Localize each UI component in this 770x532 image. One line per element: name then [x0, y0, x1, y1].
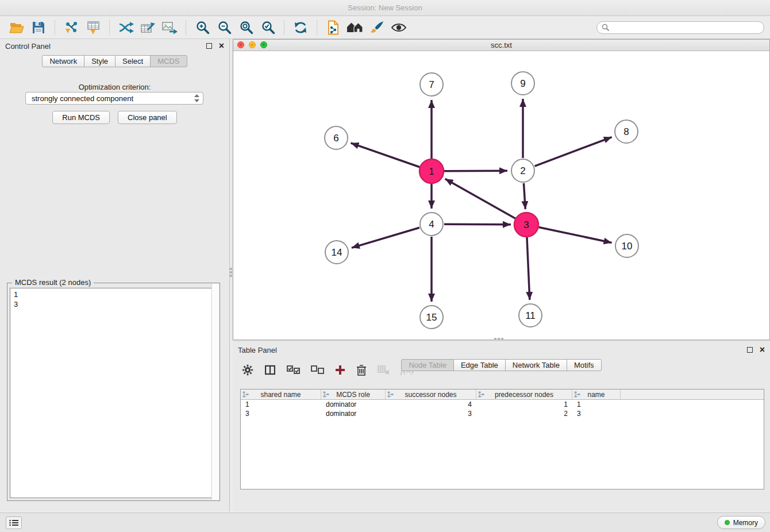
mcds-result-box: MCDS result (2 nodes) 1 3 [7, 283, 220, 501]
graph-edge-3-10[interactable] [539, 228, 612, 243]
graph-node-14[interactable]: 14 [325, 241, 348, 264]
export-image-button[interactable] [160, 18, 179, 37]
style-button[interactable] [368, 18, 386, 37]
zoom-in-button[interactable] [193, 18, 211, 37]
save-session-button[interactable] [29, 18, 48, 37]
memory-label: Memory [733, 519, 758, 527]
new-network-button[interactable] [117, 18, 135, 37]
search-input[interactable] [612, 24, 759, 32]
graph-edge-3-1[interactable] [445, 179, 515, 218]
network-arrows-icon [118, 21, 134, 34]
network-graph[interactable]: 7968124314101511 [233, 51, 769, 340]
search-box[interactable] [596, 21, 764, 34]
toolbar-separator [109, 20, 110, 35]
table-panel-tabs: Node TableEdge TableNetwork TableMotifs [233, 359, 770, 508]
table-tab-motifs[interactable]: Motifs [567, 359, 602, 371]
table-tab-node-table[interactable]: Node Table [401, 359, 454, 371]
graph-edge-4-3[interactable] [444, 224, 511, 225]
zoom-in-icon [195, 20, 210, 34]
status-bar: Memory [0, 512, 770, 532]
toolbar-separator [55, 20, 55, 35]
minimize-window-icon[interactable]: − [249, 41, 256, 48]
graph-node-3[interactable]: 3 [514, 213, 538, 237]
zoom-fit-button[interactable] [237, 18, 255, 37]
control-panel: Control Panel × NetworkStyleSelectMCDS O… [0, 39, 230, 511]
graph-edge-1-6[interactable] [351, 143, 419, 167]
graph-edge-2-8[interactable] [535, 137, 612, 167]
svg-text:15: 15 [426, 312, 437, 323]
document-network-icon [326, 20, 340, 35]
graph-node-10[interactable]: 10 [615, 234, 638, 257]
splitter-handle-vertical[interactable] [230, 268, 232, 277]
zoom-out-button[interactable] [215, 18, 233, 37]
zoom-selected-button[interactable] [259, 18, 277, 37]
network-overview-button[interactable] [346, 18, 364, 37]
graph-edge-2-3[interactable] [523, 183, 525, 209]
table-panel: Table Panel × f(x) shared nameMCDS roles… [233, 343, 770, 511]
import-network-button[interactable] [62, 18, 80, 37]
window-controls: × − + [237, 41, 267, 48]
table-tab-network-table[interactable]: Network Table [505, 359, 567, 371]
graph-node-8[interactable]: 8 [615, 120, 638, 143]
graphics-details-button[interactable] [324, 18, 342, 37]
import-network-icon [64, 20, 79, 35]
result-scrollbar[interactable] [211, 284, 219, 500]
graph-node-6[interactable]: 6 [325, 126, 348, 149]
graph-edge-3-11[interactable] [527, 237, 530, 300]
optimization-dropdown[interactable]: strongly connected component [25, 92, 203, 105]
mcds-result-title: MCDS result (2 nodes) [12, 278, 94, 287]
graph-node-2[interactable]: 2 [511, 159, 534, 182]
import-table-button[interactable] [84, 18, 102, 37]
graph-node-7[interactable]: 7 [420, 73, 443, 96]
float-panel-icon[interactable] [747, 347, 753, 353]
optimization-label: Optimization criterion: [0, 83, 229, 91]
network-window-title: scc.txt [491, 41, 512, 49]
close-window-icon[interactable]: × [237, 41, 244, 48]
zoom-window-icon[interactable]: + [260, 41, 267, 48]
paintbrush-icon [369, 20, 384, 35]
splitter-handle-horizontal[interactable] [494, 338, 503, 340]
window-title: Session: New Session [348, 3, 422, 12]
float-panel-icon[interactable] [206, 43, 212, 49]
control-panel-tabs: NetworkStyleSelectMCDS [0, 55, 229, 67]
dropdown-value: strongly connected component [32, 94, 194, 103]
save-floppy-icon [32, 21, 45, 34]
apply-layout-button[interactable] [291, 18, 310, 37]
toolbar-separator [186, 20, 186, 35]
memory-button[interactable]: Memory [717, 516, 765, 529]
graph-edge-4-14[interactable] [352, 228, 419, 248]
close-panel-button[interactable]: Close panel [118, 111, 177, 124]
network-canvas[interactable]: 7968124314101511 [233, 51, 769, 340]
tab-mcds[interactable]: MCDS [150, 55, 187, 67]
tab-select[interactable]: Select [115, 55, 151, 67]
open-session-button[interactable] [7, 18, 26, 37]
table-tab-edge-table[interactable]: Edge Table [453, 359, 506, 371]
zoom-out-icon [217, 20, 232, 34]
graph-edge-1-2[interactable] [444, 171, 507, 171]
tab-style[interactable]: Style [84, 55, 116, 67]
graph-node-1[interactable]: 1 [419, 159, 444, 183]
svg-text:10: 10 [622, 241, 633, 252]
import-table-icon [86, 20, 101, 35]
close-panel-icon[interactable]: × [219, 43, 224, 49]
run-mcds-button[interactable]: Run MCDS [52, 111, 110, 124]
graph-node-11[interactable]: 11 [519, 304, 542, 327]
control-panel-title: Control Panel [5, 42, 51, 51]
toolbar-separator [284, 20, 284, 35]
tab-network[interactable]: Network [42, 55, 84, 67]
search-icon [602, 24, 609, 31]
graph-node-4[interactable]: 4 [420, 213, 443, 236]
graph-node-9[interactable]: 9 [511, 72, 534, 95]
mcds-result-list: 1 3 [10, 288, 217, 498]
export-table-icon [140, 20, 156, 35]
svg-text:6: 6 [333, 133, 338, 144]
close-panel-icon[interactable]: × [760, 347, 765, 353]
dropdown-spinner-icon [194, 94, 199, 102]
graph-node-15[interactable]: 15 [420, 306, 443, 329]
export-table-button[interactable] [138, 18, 157, 37]
svg-text:11: 11 [525, 310, 536, 321]
show-hide-button[interactable] [390, 18, 408, 37]
task-history-button[interactable] [6, 516, 22, 529]
network-window-titlebar[interactable]: × − + scc.txt [233, 40, 769, 51]
network-window: × − + scc.txt 7968124314101511 [233, 39, 770, 340]
